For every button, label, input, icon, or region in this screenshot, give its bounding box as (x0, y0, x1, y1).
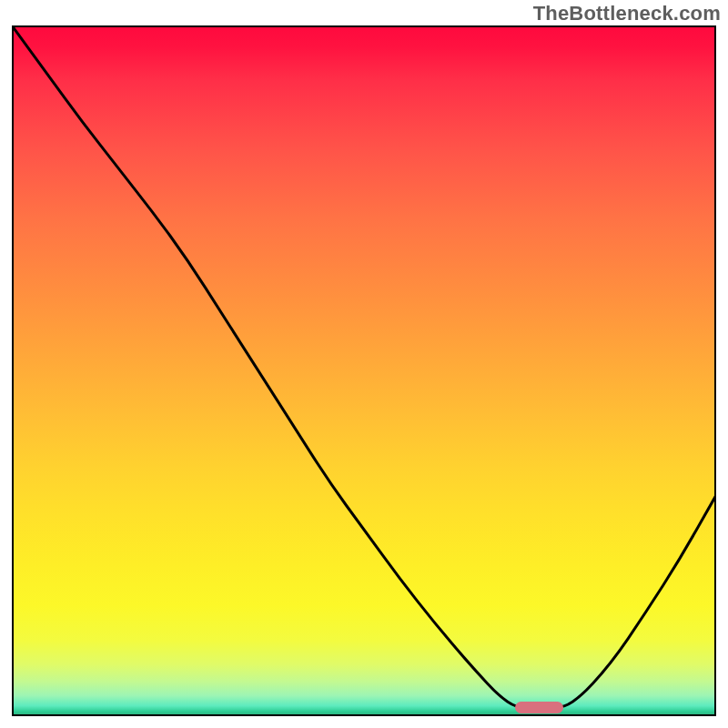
highlight-pill (515, 702, 563, 713)
curve-path (12, 25, 716, 709)
chart-canvas: TheBottleneck.com (0, 0, 728, 728)
watermark-text: TheBottleneck.com (533, 2, 721, 25)
bottleneck-curve (12, 25, 716, 716)
plot-area (12, 25, 716, 716)
